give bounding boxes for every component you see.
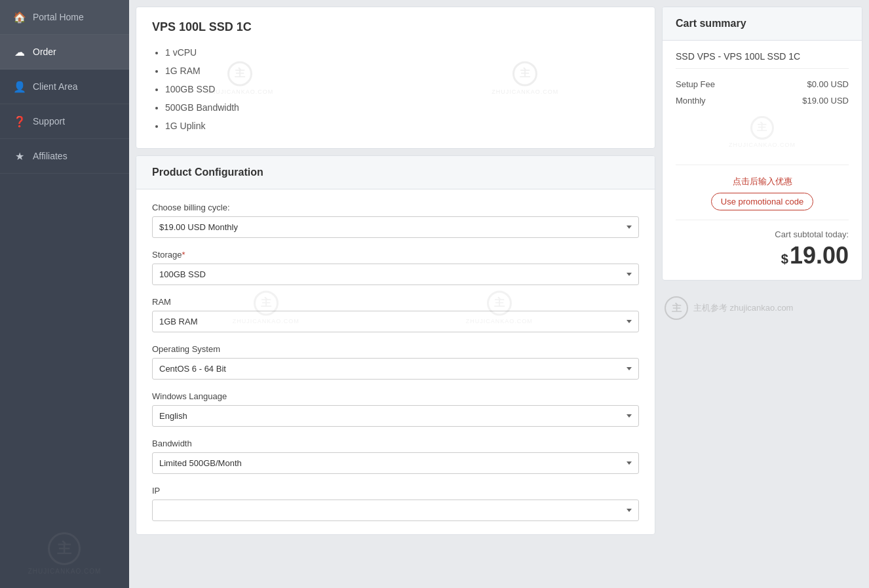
feature-ssd: 100GB SSD — [165, 80, 639, 98]
sidebar-item-label: Support — [33, 116, 65, 127]
center-column: 主 ZHUJICANKAO.COM 主 ZHUJICANKAO.COM VPS … — [136, 7, 655, 581]
cart-monthly-row: Monthly $19.00 USD — [676, 96, 849, 106]
config-card-body: Choose billing cycle: $19.00 USD Monthly… — [136, 189, 655, 534]
brand-text: 主机参考 zhujicankao.com — [693, 302, 793, 314]
product-features: 1 vCPU 1G RAM 100GB SSD 500GB Bandwidth … — [152, 43, 639, 135]
ram-group: RAM 1GB RAM2GB RAM4GB RAM — [152, 297, 639, 332]
sidebar-item-label: Portal Home — [33, 12, 84, 22]
question-icon: ❓ — [13, 115, 26, 128]
subtotal-value: 19.00 — [790, 242, 849, 269]
cloud-icon: ☁ — [13, 45, 26, 58]
setup-fee-value: $0.00 USD — [807, 79, 849, 89]
windows-lang-select[interactable]: EnglishChinese — [152, 405, 639, 427]
cart-card: Cart summary SSD VPS - VPS 100L SSD 1C S… — [662, 7, 862, 281]
cart-product-name: SSD VPS - VPS 100L SSD 1C — [676, 51, 849, 69]
monthly-label: Monthly — [676, 96, 706, 106]
bandwidth-label: Bandwidth — [152, 439, 639, 448]
star-icon: ★ — [13, 149, 26, 163]
sidebar-item-label: Affiliates — [33, 151, 68, 161]
product-configuration-card: Product Configuration Choose billing cyc… — [136, 155, 655, 535]
bandwidth-select[interactable]: Limited 500GB/MonthUnlimited — [152, 452, 639, 474]
user-icon: 👤 — [13, 80, 26, 93]
sidebar-item-affiliates[interactable]: ★ Affiliates — [0, 139, 129, 174]
feature-vcpu: 1 vCPU — [165, 43, 639, 62]
config-section-title: Product Configuration — [136, 156, 655, 189]
storage-label: Storage* — [152, 250, 639, 260]
os-select[interactable]: CentOS 6 - 64 BitCentOS 7 - 64 BitUbuntu… — [152, 358, 639, 380]
sidebar-item-order[interactable]: ☁ Order — [0, 35, 129, 69]
billing-cycle-group: Choose billing cycle: $19.00 USD Monthly… — [152, 203, 639, 238]
ram-select[interactable]: 1GB RAM2GB RAM4GB RAM — [152, 311, 639, 332]
cart-body: SSD VPS - VPS 100L SSD 1C Setup Fee $0.0… — [663, 41, 862, 280]
product-info-card: 主 ZHUJICANKAO.COM 主 ZHUJICANKAO.COM VPS … — [136, 7, 655, 149]
ip-select[interactable] — [152, 500, 639, 521]
billing-cycle-select[interactable]: $19.00 USD Monthly$190.00 USD Annually — [152, 216, 639, 238]
brand-logo-circle: 主 — [665, 296, 688, 320]
sidebar-item-client-area[interactable]: 👤 Client Area — [0, 69, 129, 104]
cart-column: Cart summary SSD VPS - VPS 100L SSD 1C S… — [662, 7, 862, 581]
setup-fee-label: Setup Fee — [676, 79, 715, 89]
cart-setup-fee-row: Setup Fee $0.00 USD — [676, 79, 849, 89]
storage-group: Storage* 100GB SSD200GB SSD — [152, 250, 639, 285]
subtotal-label: Cart subtotal today: — [676, 229, 849, 239]
windows-lang-group: Windows Language EnglishChinese — [152, 391, 639, 427]
ip-label: IP — [152, 486, 639, 496]
feature-bandwidth: 500GB Bandwidth — [165, 98, 639, 117]
cart-title: Cart summary — [663, 7, 862, 41]
sidebar-item-portal-home[interactable]: 🏠 Portal Home — [0, 0, 129, 35]
storage-select[interactable]: 100GB SSD200GB SSD — [152, 264, 639, 285]
feature-ram: 1G RAM — [165, 62, 639, 80]
promo-code-button[interactable]: Use promotional code — [711, 193, 813, 210]
main-content: 主 ZHUJICANKAO.COM 主 ZHUJICANKAO.COM VPS … — [129, 0, 869, 588]
promo-hint: 点击后输入优惠 — [733, 176, 792, 187]
monthly-value: $19.00 USD — [802, 96, 849, 106]
cart-subtotal-section: Cart subtotal today: $ 19.00 — [676, 220, 849, 269]
product-title: VPS 100L SSD 1C — [152, 20, 639, 34]
sidebar-item-label: Order — [33, 47, 56, 57]
windows-lang-label: Windows Language — [152, 391, 639, 401]
sidebar: 🏠 Portal Home ☁ Order 👤 Client Area ❓ Su… — [0, 0, 129, 588]
sidebar-item-support[interactable]: ❓ Support — [0, 104, 129, 139]
os-label: Operating System — [152, 344, 639, 354]
ram-label: RAM — [152, 297, 639, 307]
ip-group: IP — [152, 486, 639, 521]
home-icon: 🏠 — [13, 10, 26, 24]
os-group: Operating System CentOS 6 - 64 BitCentOS… — [152, 344, 639, 380]
feature-uplink: 1G Uplink — [165, 117, 639, 135]
promo-section: 点击后输入优惠 Use promotional code — [676, 165, 849, 210]
subtotal-price: $ 19.00 — [676, 242, 849, 269]
sidebar-item-label: Client Area — [33, 81, 77, 92]
bandwidth-group: Bandwidth Limited 500GB/MonthUnlimited — [152, 439, 639, 474]
subtotal-currency: $ — [781, 252, 788, 267]
billing-cycle-label: Choose billing cycle: — [152, 203, 639, 212]
